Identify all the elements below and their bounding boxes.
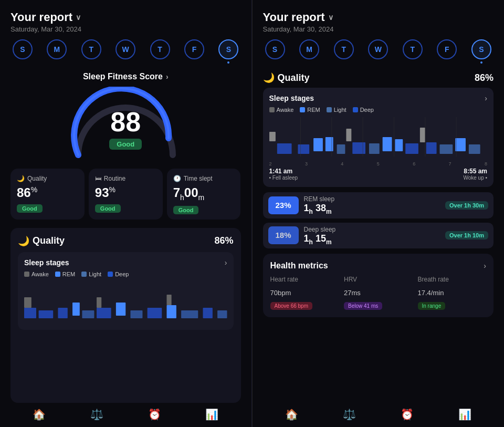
left-nav-home[interactable]: 🏠 — [33, 408, 46, 421]
right-nav-health[interactable]: ⚖️ — [343, 408, 356, 421]
sleep-fitness-label[interactable]: Sleep Fitness Score › — [83, 72, 169, 81]
routine-value: 93% — [95, 185, 156, 200]
hrv-item: HRV 27ms Below 41 ms — [344, 276, 413, 310]
day-circle-s1[interactable]: S — [13, 39, 33, 59]
svg-rect-20 — [298, 144, 309, 154]
deep-dot — [108, 272, 113, 277]
right-health-icon: ⚖️ — [343, 408, 356, 421]
right-circle-t2[interactable]: T — [403, 39, 423, 59]
right-report-title[interactable]: Your report ∨ — [263, 11, 494, 24]
sleep-fitness-title: Sleep Fitness Score — [83, 72, 163, 81]
day-circle-f[interactable]: F — [184, 39, 204, 59]
right-circle-t1[interactable]: T — [334, 39, 354, 59]
day-item-t2[interactable]: T — [150, 39, 170, 64]
right-nav-alarm[interactable]: ⏰ — [401, 408, 414, 421]
svg-rect-32 — [468, 144, 480, 154]
day-circle-t1[interactable]: T — [81, 39, 101, 59]
left-nav-stats[interactable]: 📊 — [205, 408, 218, 421]
right-day-t1[interactable]: T — [334, 39, 354, 64]
right-day-t2[interactable]: T — [403, 39, 423, 64]
left-report-header: Your report ∨ Saturday, Mar 30, 2024 — [10, 11, 241, 33]
svg-rect-22 — [325, 137, 333, 151]
right-rem-dot — [300, 107, 305, 112]
svg-rect-21 — [313, 138, 323, 151]
right-circle-m[interactable]: M — [299, 39, 319, 59]
day-item-f[interactable]: F — [184, 39, 204, 64]
day-item-m[interactable]: M — [47, 39, 67, 64]
svg-rect-12 — [166, 295, 171, 305]
right-chart-svg — [269, 117, 488, 157]
routine-card[interactable]: 🛏 Routine 93% Good — [89, 169, 163, 220]
right-circle-s2[interactable]: S — [471, 39, 491, 59]
day-circle-w[interactable]: W — [116, 39, 135, 59]
day-item-s1[interactable]: S — [13, 39, 33, 64]
time-slept-card[interactable]: 🕐 Time slept 7h00m Good — [167, 169, 241, 220]
right-nav-stats[interactable]: 📊 — [458, 408, 471, 421]
svg-rect-6 — [97, 308, 111, 318]
right-title-chevron[interactable]: ∨ — [328, 13, 333, 22]
fell-asleep-time: 1:41 am — [269, 168, 298, 175]
left-sleep-stages-arrow[interactable]: › — [225, 258, 227, 267]
svg-rect-30 — [439, 144, 453, 154]
svg-rect-11 — [166, 305, 176, 318]
fell-asleep-info: 1:41 am • Fell asleep — [269, 168, 298, 181]
right-chart-area — [269, 117, 488, 159]
left-title-chevron[interactable]: ∨ — [76, 13, 81, 22]
health-metrics-card: Health metrics › Heart rate 70bpm Above … — [263, 254, 494, 317]
legend-awake: Awake — [24, 271, 49, 277]
legend-light: Light — [81, 271, 101, 277]
left-quality-section: 🌙 Quality 86% Sleep stages › Awake REM — [10, 228, 241, 403]
svg-rect-28 — [405, 143, 418, 154]
home-icon: 🏠 — [33, 408, 46, 421]
quality-card-title: 🌙 Quality — [17, 175, 78, 182]
right-circle-s1[interactable]: S — [265, 39, 285, 59]
right-bottom-nav: 🏠 ⚖️ ⏰ 📊 — [263, 403, 494, 427]
left-title-text: Your report — [10, 11, 72, 24]
svg-rect-0 — [24, 308, 36, 318]
routine-card-title: 🛏 Routine — [95, 175, 156, 182]
right-light-dot — [327, 107, 332, 112]
left-nav-alarm[interactable]: ⏰ — [148, 408, 161, 421]
time-slept-badge: Good — [173, 206, 199, 214]
right-nav-home[interactable]: 🏠 — [285, 408, 298, 421]
right-circle-w[interactable]: W — [368, 39, 388, 59]
right-day-f[interactable]: F — [437, 39, 457, 64]
right-day-m[interactable]: M — [299, 39, 319, 64]
day-item-w[interactable]: W — [116, 39, 135, 64]
day-item-t1[interactable]: T — [81, 39, 101, 64]
left-report-title[interactable]: Your report ∨ — [10, 11, 241, 24]
right-panel: Your report ∨ Saturday, Mar 30, 2024 S M… — [253, 0, 505, 427]
quality-value: 86% — [17, 185, 78, 200]
deep-time: 1h 15m — [304, 233, 440, 246]
health-metrics-arrow[interactable]: › — [484, 262, 486, 270]
gauge-inner: 88 Good — [109, 108, 142, 150]
left-bottom-nav: 🏠 ⚖️ ⏰ 📊 — [10, 403, 241, 427]
right-quality-percent: 86% — [475, 72, 494, 84]
left-nav-health[interactable]: ⚖️ — [90, 408, 103, 421]
quality-card[interactable]: 🌙 Quality 86% Good — [10, 169, 85, 220]
deep-sleep-row: 18% Deep sleep 1h 15m Over 1h 10m — [263, 223, 494, 249]
left-quality-header: 🌙 Quality 86% — [18, 235, 234, 247]
right-circle-f[interactable]: F — [437, 39, 457, 59]
day-circle-m[interactable]: M — [47, 39, 67, 59]
svg-rect-1 — [24, 297, 32, 308]
right-legend-rem: REM — [300, 107, 320, 113]
clock-icon: 🕐 — [173, 175, 181, 182]
right-day-s1[interactable]: S — [265, 39, 285, 64]
right-sleep-stages-arrow[interactable]: › — [485, 94, 487, 102]
day-item-s2[interactable]: S — [218, 39, 238, 64]
left-chart-area — [24, 282, 227, 324]
right-stats-icon: 📊 — [458, 408, 471, 421]
time-slept-value: 7h00m — [173, 185, 235, 202]
bed-icon: 🛏 — [95, 175, 101, 182]
sleep-fitness-arrow[interactable]: › — [166, 72, 169, 81]
time-slept-title: 🕐 Time slept — [173, 175, 235, 182]
day-circle-t2[interactable]: T — [150, 39, 170, 59]
chart-times: 2 3 4 5 6 7 8 — [269, 161, 488, 166]
right-day-w[interactable]: W — [368, 39, 388, 64]
day-circle-s2[interactable]: S — [218, 39, 238, 59]
svg-rect-9 — [130, 310, 142, 318]
health-metrics-grid: Heart rate 70bpm Above 66 bpm HRV 27ms B… — [270, 276, 487, 310]
sleep-fitness-section: Sleep Fitness Score › 88 Good — [10, 72, 241, 160]
right-day-s2[interactable]: S — [471, 39, 491, 64]
